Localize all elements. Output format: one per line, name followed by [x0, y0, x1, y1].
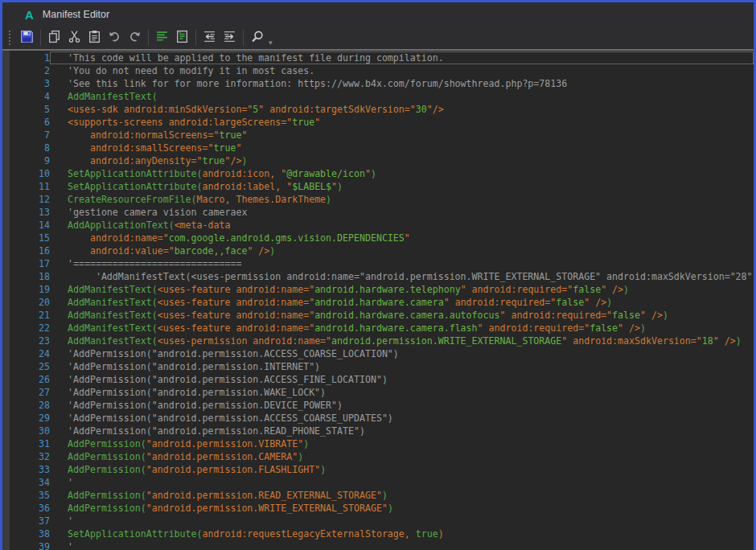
code-line[interactable]: 7 android:normalScreens="true" [10, 129, 754, 142]
code-line[interactable]: 28'AddPermission("android.permission.DEV… [10, 399, 754, 412]
code-text[interactable]: AddPermission("android.permission.WRITE_… [50, 502, 754, 515]
code-text[interactable]: AddManifestText(<uses-feature android:na… [50, 309, 754, 322]
code-line[interactable]: 29'AddPermission("android.permission.ACC… [10, 412, 754, 425]
undo-button[interactable] [105, 29, 125, 47]
code-text[interactable]: AddPermission("android.permission.CAMERA… [50, 450, 754, 463]
code-text[interactable]: 'You do not need to modify it in most ca… [50, 64, 754, 77]
code-text[interactable]: 'AddManifestText(<uses-permission androi… [50, 270, 754, 283]
code-text[interactable]: 'AddPermission("android.permission.DEVIC… [50, 399, 754, 412]
code-area[interactable]: 1'This code will be applied to the manif… [10, 51, 754, 550]
code-text[interactable]: android:smallScreens="true" [50, 142, 754, 154]
code-line[interactable]: 36AddPermission("android.permission.WRIT… [10, 502, 754, 515]
code-text-current-line[interactable]: 'This code will be applied to the manife… [50, 51, 754, 64]
code-line[interactable]: 22AddManifestText(<uses-feature android:… [10, 322, 754, 335]
code-text[interactable]: CreateResourceFromFile(Macro, Themes.Dar… [50, 193, 754, 206]
save-button[interactable] [17, 29, 37, 47]
code-editor[interactable]: 1'This code will be applied to the manif… [2, 49, 754, 550]
code-text[interactable]: AddPermission("android.permission.READ_E… [50, 489, 754, 502]
code-text[interactable]: 'AddPermission("android.permission.ACCES… [50, 347, 754, 360]
code-text[interactable]: 'AddPermission("android.permission.INTER… [50, 360, 754, 373]
code-line[interactable]: 23AddManifestText(<uses-permission andro… [10, 335, 754, 347]
line-number: 32 [10, 450, 50, 463]
code-line[interactable]: 17'============================== [10, 257, 754, 270]
code-line[interactable]: 12CreateResourceFromFile(Macro, Themes.D… [10, 193, 754, 206]
line-number: 29 [10, 412, 50, 425]
code-line[interactable]: 15 android:name="com.google.android.gms.… [10, 232, 754, 244]
code-text[interactable]: '============================== [50, 257, 754, 270]
code-text[interactable]: AddManifestText(<uses-feature android:na… [50, 322, 754, 335]
search-button[interactable] [247, 29, 267, 47]
code-text[interactable]: android:name="com.google.android.gms.vis… [50, 232, 754, 244]
code-line[interactable]: 35AddPermission("android.permission.READ… [10, 489, 754, 502]
code-line[interactable]: 9 android:anyDensity="true"/>) [10, 154, 754, 167]
redo-button[interactable] [125, 29, 145, 47]
code-line[interactable]: 14AddApplicationText(<meta-data [10, 219, 754, 232]
code-line[interactable]: 26'AddPermission("android.permission.ACC… [10, 373, 754, 386]
code-text[interactable]: ' [50, 540, 754, 550]
code-text[interactable]: ' [50, 476, 754, 489]
paste-button[interactable] [84, 29, 105, 47]
code-line[interactable]: 32AddPermission("android.permission.CAME… [10, 450, 754, 463]
line-number: 12 [10, 193, 50, 206]
toolbar: ▾ [2, 27, 754, 49]
code-text[interactable]: AddPermission("android.permission.FLASHL… [50, 463, 754, 476]
code-text[interactable]: SetApplicationAttribute(android:label, "… [50, 180, 754, 193]
code-line[interactable]: 1'This code will be applied to the manif… [10, 51, 754, 64]
code-text[interactable]: AddManifestText(<uses-feature android:na… [50, 283, 754, 296]
code-text[interactable]: <supports-screens android:largeScreens="… [50, 116, 754, 129]
code-line[interactable]: 33AddPermission("android.permission.FLAS… [10, 463, 754, 476]
code-text[interactable]: android:value="barcode,,face" />) [50, 244, 754, 257]
code-text[interactable]: android:normalScreens="true" [50, 129, 754, 142]
code-line[interactable]: 19AddManifestText(<uses-feature android:… [10, 283, 754, 296]
code-text[interactable]: AddPermission("android.permission.VIBRAT… [50, 437, 754, 450]
code-text[interactable]: AddManifestText(<uses-feature android:na… [50, 296, 754, 309]
code-line[interactable]: 18 'AddManifestText(<uses-permission and… [10, 270, 754, 283]
code-line[interactable]: 24'AddPermission("android.permission.ACC… [10, 347, 754, 360]
code-line[interactable]: 38SetApplicationAttribute(android:reques… [10, 527, 754, 540]
code-line[interactable]: 27'AddPermission("android.permission.WAK… [10, 386, 754, 399]
code-text[interactable]: SetApplicationAttribute(android:requestL… [50, 527, 754, 540]
toolbar-overflow[interactable]: ▾ [269, 39, 273, 49]
code-line[interactable]: 10SetApplicationAttribute(android:icon, … [10, 167, 754, 180]
copy-button[interactable] [44, 29, 64, 47]
line-number: 19 [10, 283, 50, 296]
code-line[interactable]: 30'AddPermission("android.permission.REA… [10, 425, 754, 437]
code-line[interactable]: 31AddPermission("android.permission.VIBR… [10, 437, 754, 450]
code-line[interactable]: 39' [10, 540, 754, 550]
code-text[interactable]: AddManifestText( [50, 90, 754, 103]
code-text[interactable]: android:anyDensity="true"/>) [50, 154, 754, 167]
code-line[interactable]: 37' [10, 515, 754, 527]
code-text[interactable]: ' [50, 515, 754, 527]
code-text[interactable]: <uses-sdk android:minSdkVersion="5" andr… [50, 103, 754, 116]
code-line[interactable]: 6<supports-screens android:largeScreens=… [10, 116, 754, 129]
code-line[interactable]: 13'gestione camera vision cameraex [10, 206, 754, 219]
code-text[interactable]: 'AddPermission("android.permission.READ_… [50, 425, 754, 437]
code-text[interactable]: 'See this link for for more information:… [50, 77, 754, 90]
toolbar-separator [195, 30, 196, 46]
indent-button[interactable] [220, 29, 240, 47]
copy-icon [47, 30, 61, 46]
outdent-button[interactable] [199, 29, 220, 47]
code-line[interactable]: 4AddManifestText( [10, 90, 754, 103]
code-text[interactable]: 'AddPermission("android.permission.WAKE_… [50, 386, 754, 399]
code-text[interactable]: AddManifestText(<uses-permission android… [50, 335, 754, 347]
code-line[interactable]: 16 android:value="barcode,,face" />) [10, 244, 754, 257]
code-text[interactable]: 'gestione camera vision cameraex [50, 206, 754, 219]
cut-button[interactable] [64, 29, 84, 47]
code-line[interactable]: 3'See this link for for more information… [10, 77, 754, 90]
uncomment-button[interactable] [172, 29, 192, 47]
code-line[interactable]: 20AddManifestText(<uses-feature android:… [10, 296, 754, 309]
code-line[interactable]: 25'AddPermission("android.permission.INT… [10, 360, 754, 373]
code-line[interactable]: 11SetApplicationAttribute(android:label,… [10, 180, 754, 193]
code-text[interactable]: 'AddPermission("android.permission.ACCES… [50, 373, 754, 386]
code-line[interactable]: 8 android:smallScreens="true" [10, 142, 754, 154]
code-text[interactable]: SetApplicationAttribute(android:icon, "@… [50, 167, 754, 180]
comment-button[interactable] [152, 29, 172, 47]
code-line[interactable]: 34' [10, 476, 754, 489]
toolbar-grip[interactable] [8, 31, 11, 45]
code-text[interactable]: AddApplicationText(<meta-data [50, 219, 754, 232]
code-line[interactable]: 21AddManifestText(<uses-feature android:… [10, 309, 754, 322]
code-line[interactable]: 2'You do not need to modify it in most c… [10, 64, 754, 77]
code-text[interactable]: 'AddPermission("android.permission.ACCES… [50, 412, 754, 425]
code-line[interactable]: 5<uses-sdk android:minSdkVersion="5" and… [10, 103, 754, 116]
